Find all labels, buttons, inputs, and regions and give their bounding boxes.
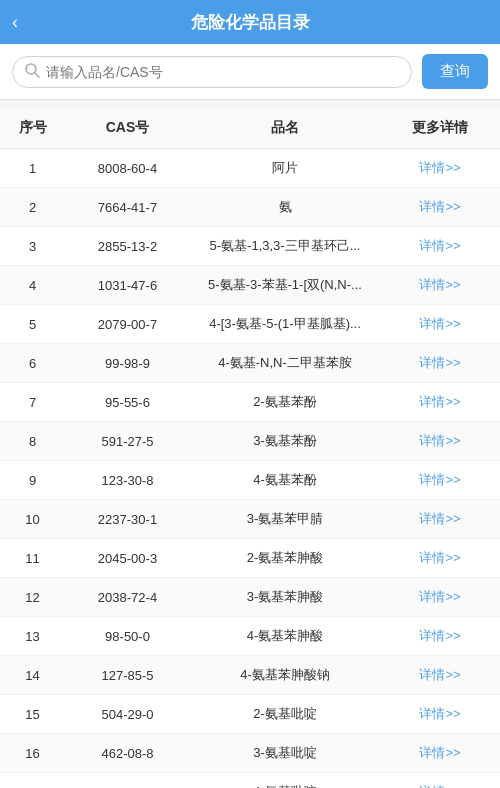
detail-link[interactable]: 详情>> [419, 355, 460, 370]
table-row: 32855-13-25-氨基-1,3,3-三甲基环己...详情>> [0, 227, 500, 266]
detail-link[interactable]: 详情>> [419, 511, 460, 526]
cell-id: 1 [0, 149, 65, 188]
cell-detail[interactable]: 详情>> [380, 266, 500, 305]
detail-link[interactable]: 详情>> [419, 199, 460, 214]
table-row: 18008-60-4阿片详情>> [0, 149, 500, 188]
cell-id: 5 [0, 305, 65, 344]
cell-cas: 591-27-5 [65, 422, 190, 461]
cell-detail[interactable]: 详情>> [380, 656, 500, 695]
col-header-name: 品名 [190, 108, 380, 149]
cell-detail[interactable]: 详情>> [380, 188, 500, 227]
table-row: 14127-85-54-氨基苯胂酸钠详情>> [0, 656, 500, 695]
detail-link[interactable]: 详情>> [419, 745, 460, 760]
cell-name: 3-氨基苯胂酸 [190, 578, 380, 617]
cell-name: 5-氨基-3-苯基-1-[双(N,N-... [190, 266, 380, 305]
cell-id: 3 [0, 227, 65, 266]
cell-id: 7 [0, 383, 65, 422]
table-row: 795-55-62-氨基苯酚详情>> [0, 383, 500, 422]
cell-cas: 2237-30-1 [65, 500, 190, 539]
cell-detail[interactable]: 详情>> [380, 500, 500, 539]
table-header-row: 序号 CAS号 品名 更多详情 [0, 108, 500, 149]
detail-link[interactable]: 详情>> [419, 277, 460, 292]
cell-cas: 98-50-0 [65, 617, 190, 656]
cell-detail[interactable]: 详情>> [380, 344, 500, 383]
detail-link[interactable]: 详情>> [419, 784, 460, 788]
search-bar: 查询 [0, 44, 500, 100]
cell-id: 6 [0, 344, 65, 383]
col-header-id: 序号 [0, 108, 65, 149]
cell-name: 3-氨基苯甲腈 [190, 500, 380, 539]
cell-cas: 2855-13-2 [65, 227, 190, 266]
data-table-container: 序号 CAS号 品名 更多详情 18008-60-4阿片详情>>27664-41… [0, 108, 500, 788]
cell-name: 4-氨基苯酚 [190, 461, 380, 500]
svg-line-1 [35, 73, 39, 77]
cell-cas: 99-98-9 [65, 344, 190, 383]
back-button[interactable]: ‹ [12, 12, 18, 33]
page-title: 危险化学品目录 [191, 11, 310, 34]
table-row: 1398-50-04-氨基苯胂酸详情>> [0, 617, 500, 656]
detail-link[interactable]: 详情>> [419, 394, 460, 409]
detail-link[interactable]: 详情>> [419, 589, 460, 604]
table-row: 27664-41-7氨详情>> [0, 188, 500, 227]
cell-detail[interactable]: 详情>> [380, 578, 500, 617]
cell-name: 4-氨基吡啶 [190, 773, 380, 789]
detail-link[interactable]: 详情>> [419, 238, 460, 253]
search-input-wrapper [12, 56, 412, 88]
detail-link[interactable]: 详情>> [419, 316, 460, 331]
cell-name: 2-氨基苯胂酸 [190, 539, 380, 578]
cell-name: 4-氨基苯胂酸 [190, 617, 380, 656]
cell-id: 9 [0, 461, 65, 500]
cell-detail[interactable]: 详情>> [380, 305, 500, 344]
cell-id: 17 [0, 773, 65, 789]
search-input[interactable] [46, 64, 399, 80]
table-row: 102237-30-13-氨基苯甲腈详情>> [0, 500, 500, 539]
detail-link[interactable]: 详情>> [419, 550, 460, 565]
cell-name: 2-氨基苯酚 [190, 383, 380, 422]
cell-detail[interactable]: 详情>> [380, 422, 500, 461]
table-row: 699-98-94-氨基-N,N-二甲基苯胺详情>> [0, 344, 500, 383]
cell-name: 3-氨基吡啶 [190, 734, 380, 773]
cell-name: 2-氨基吡啶 [190, 695, 380, 734]
search-button[interactable]: 查询 [422, 54, 488, 89]
cell-id: 10 [0, 500, 65, 539]
detail-link[interactable]: 详情>> [419, 667, 460, 682]
cell-cas: 7664-41-7 [65, 188, 190, 227]
table-row: 8591-27-53-氨基苯酚详情>> [0, 422, 500, 461]
detail-link[interactable]: 详情>> [419, 628, 460, 643]
detail-link[interactable]: 详情>> [419, 160, 460, 175]
cell-name: 5-氨基-1,3,3-三甲基环己... [190, 227, 380, 266]
cell-detail[interactable]: 详情>> [380, 149, 500, 188]
table-row: 9123-30-84-氨基苯酚详情>> [0, 461, 500, 500]
detail-link[interactable]: 详情>> [419, 472, 460, 487]
cell-detail[interactable]: 详情>> [380, 617, 500, 656]
cell-cas: 2038-72-4 [65, 578, 190, 617]
table-row: 41031-47-65-氨基-3-苯基-1-[双(N,N-...详情>> [0, 266, 500, 305]
cell-id: 12 [0, 578, 65, 617]
table-row: 122038-72-43-氨基苯胂酸详情>> [0, 578, 500, 617]
detail-link[interactable]: 详情>> [419, 706, 460, 721]
cell-id: 4 [0, 266, 65, 305]
cell-name: 4-氨基-N,N-二甲基苯胺 [190, 344, 380, 383]
cell-detail[interactable]: 详情>> [380, 773, 500, 789]
table-row: 52079-00-74-[3-氨基-5-(1-甲基胍基)...详情>> [0, 305, 500, 344]
cell-id: 15 [0, 695, 65, 734]
table-row: 15504-29-02-氨基吡啶详情>> [0, 695, 500, 734]
col-header-detail: 更多详情 [380, 108, 500, 149]
col-header-cas: CAS号 [65, 108, 190, 149]
cell-name: 4-氨基苯胂酸钠 [190, 656, 380, 695]
app-header: ‹ 危险化学品目录 [0, 0, 500, 44]
cell-detail[interactable]: 详情>> [380, 695, 500, 734]
cell-detail[interactable]: 详情>> [380, 539, 500, 578]
detail-link[interactable]: 详情>> [419, 433, 460, 448]
cell-cas: 504-29-0 [65, 695, 190, 734]
cell-id: 14 [0, 656, 65, 695]
cell-detail[interactable]: 详情>> [380, 461, 500, 500]
cell-detail[interactable]: 详情>> [380, 227, 500, 266]
cell-cas: 2079-00-7 [65, 305, 190, 344]
cell-cas: 462-08-8 [65, 734, 190, 773]
cell-id: 2 [0, 188, 65, 227]
cell-detail[interactable]: 详情>> [380, 383, 500, 422]
table-row: 17504-24-54-氨基吡啶详情>> [0, 773, 500, 789]
cell-detail[interactable]: 详情>> [380, 734, 500, 773]
cell-cas: 504-24-5 [65, 773, 190, 789]
